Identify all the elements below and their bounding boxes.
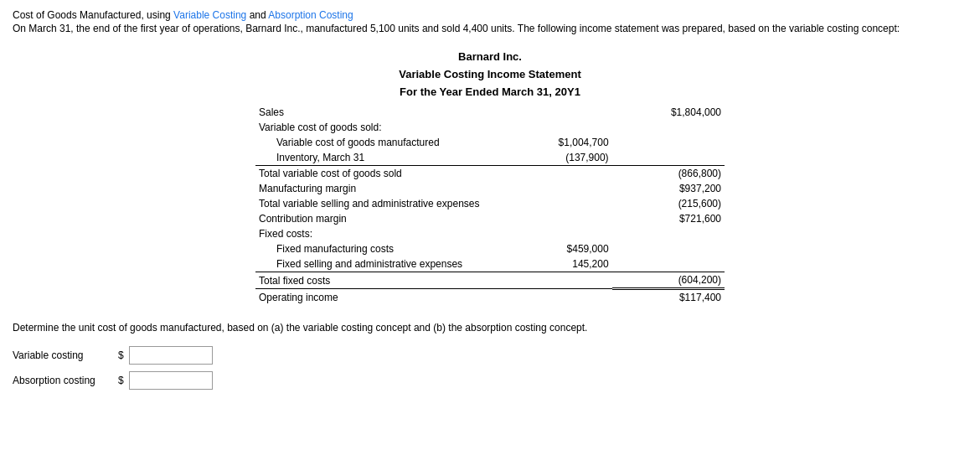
row-mid-value <box>499 166 611 182</box>
table-row: Inventory, March 31(137,900) <box>255 150 725 166</box>
row-mid-value <box>499 289 611 306</box>
row-right-value <box>612 226 725 241</box>
row-label: Fixed selling and administrative expense… <box>255 256 499 272</box>
table-row: Sales$1,804,000 <box>255 105 725 120</box>
absorption-costing-input[interactable] <box>129 371 213 390</box>
row-mid-value: $459,000 <box>499 241 611 256</box>
absorption-dollar-sign: $ <box>118 375 124 386</box>
row-right-value <box>612 120 725 135</box>
table-row: Contribution margin$721,600 <box>255 211 725 226</box>
row-mid-value: $1,004,700 <box>499 135 611 150</box>
absorption-costing-row: Absorption costing $ <box>13 371 967 390</box>
row-label: Fixed manufacturing costs <box>255 241 499 256</box>
row-mid-value <box>499 226 611 241</box>
variable-dollar-sign: $ <box>118 349 124 361</box>
table-row: Total fixed costs(604,200) <box>255 272 725 289</box>
table-row: Variable cost of goods manufactured$1,00… <box>255 135 725 150</box>
variable-costing-label: Variable costing <box>13 349 113 361</box>
header-links: Cost of Goods Manufactured, using Variab… <box>13 8 967 21</box>
input-section: Variable costing $ Absorption costing $ <box>13 346 967 390</box>
absorption-costing-label: Absorption costing <box>13 375 113 386</box>
row-right-value: (604,200) <box>612 272 725 289</box>
row-right-value <box>612 150 725 166</box>
row-label: Contribution margin <box>255 211 499 226</box>
bottom-note: Determine the unit cost of goods manufac… <box>13 322 967 334</box>
row-label: Variable cost of goods manufactured <box>255 135 499 150</box>
variable-costing-row: Variable costing $ <box>13 346 967 365</box>
row-label: Inventory, March 31 <box>255 150 499 166</box>
row-label: Operating income <box>255 289 499 306</box>
row-label: Variable cost of goods sold: <box>255 120 499 135</box>
intro-paragraph: On March 31, the end of the first year o… <box>13 21 967 36</box>
header-conjunction: and <box>250 9 269 21</box>
row-label: Total fixed costs <box>255 272 499 289</box>
row-mid-value <box>499 181 611 196</box>
row-mid-value <box>499 120 611 135</box>
row-mid-value <box>499 211 611 226</box>
row-mid-value <box>499 105 611 120</box>
row-right-value: $721,600 <box>612 211 725 226</box>
table-row: Variable cost of goods sold: <box>255 120 725 135</box>
row-mid-value: (137,900) <box>499 150 611 166</box>
statement-title: Variable Costing Income Statement <box>255 66 725 84</box>
row-label: Total variable selling and administrativ… <box>255 196 499 211</box>
absorption-costing-link[interactable]: Absorption Costing <box>268 9 353 21</box>
row-right-value: $937,200 <box>612 181 725 196</box>
row-mid-value <box>499 272 611 289</box>
row-right-value <box>612 241 725 256</box>
table-row: Fixed manufacturing costs$459,000 <box>255 241 725 256</box>
row-mid-value: 145,200 <box>499 256 611 272</box>
row-label: Manufacturing margin <box>255 181 499 196</box>
row-right-value: $1,804,000 <box>612 105 725 120</box>
company-name: Barnard Inc. <box>255 49 725 66</box>
table-row: Total variable selling and administrativ… <box>255 196 725 211</box>
row-right-value: $117,400 <box>612 289 725 306</box>
row-mid-value <box>499 196 611 211</box>
statement-period: For the Year Ended March 31, 20Y1 <box>255 84 725 101</box>
table-row: Total variable cost of goods sold(866,80… <box>255 166 725 182</box>
table-row: Fixed costs: <box>255 226 725 241</box>
row-label: Sales <box>255 105 499 120</box>
table-row: Operating income$117,400 <box>255 289 725 306</box>
table-row: Manufacturing margin$937,200 <box>255 181 725 196</box>
variable-costing-input[interactable] <box>129 346 213 365</box>
variable-costing-link[interactable]: Variable Costing <box>173 9 246 21</box>
row-label: Fixed costs: <box>255 226 499 241</box>
row-right-value: (866,800) <box>612 166 725 182</box>
row-right-value <box>612 135 725 150</box>
income-statement: Barnard Inc. Variable Costing Income Sta… <box>255 49 725 305</box>
table-row: Fixed selling and administrative expense… <box>255 256 725 272</box>
row-label: Total variable cost of goods sold <box>255 166 499 182</box>
row-right-value <box>612 256 725 272</box>
row-right-value: (215,600) <box>612 196 725 211</box>
header-prefix: Cost of Goods Manufactured, using <box>13 9 173 21</box>
